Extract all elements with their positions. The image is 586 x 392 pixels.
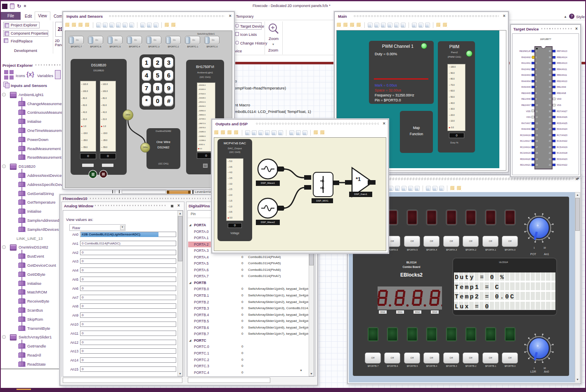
svg-text:*1: *1 xyxy=(356,176,361,182)
